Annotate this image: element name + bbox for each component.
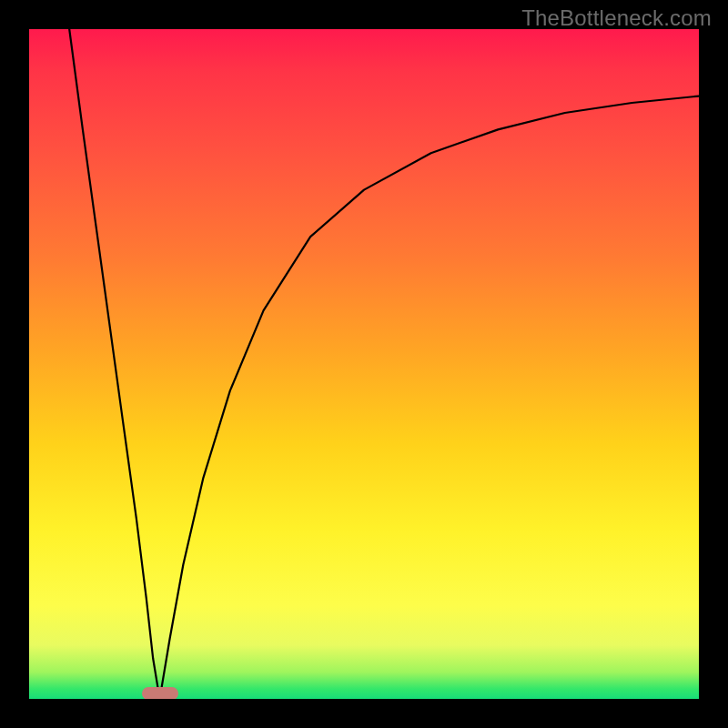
plot-area <box>29 29 699 699</box>
watermark-text: TheBottleneck.com <box>521 5 712 31</box>
optimum-marker <box>142 687 178 699</box>
curve-right-branch <box>160 96 700 699</box>
bottleneck-curve <box>29 29 699 699</box>
chart-frame: TheBottleneck.com <box>0 0 728 728</box>
curve-left-branch <box>69 29 159 699</box>
